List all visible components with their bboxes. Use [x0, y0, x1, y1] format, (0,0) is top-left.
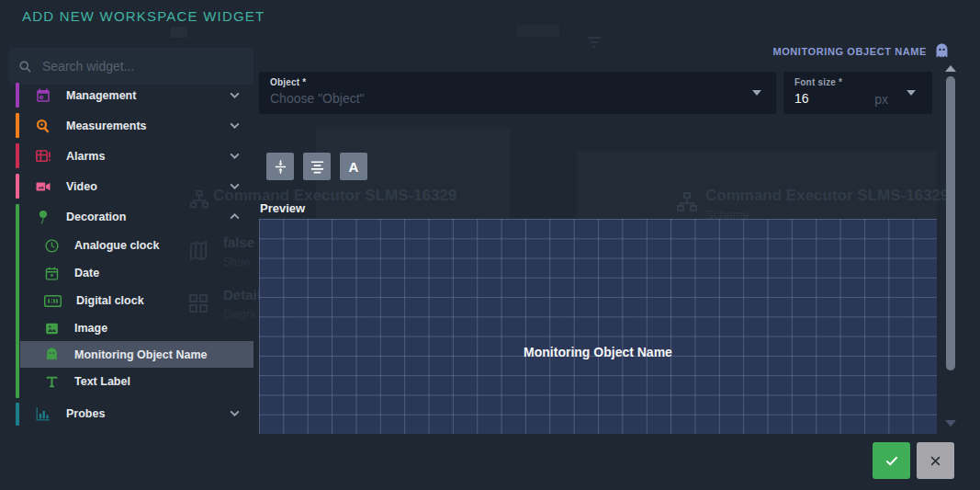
- chevron-down-icon: [229, 120, 241, 131]
- scrollbar-thumb[interactable]: [946, 76, 955, 370]
- add-widget-dialog: Command Executor SLMS-16329 Command Exec…: [0, 0, 980, 490]
- gauge-search-icon: [35, 118, 51, 134]
- filter-icon: [585, 33, 603, 51]
- scrollbar-up-arrow[interactable]: [945, 65, 956, 72]
- object-select-label: Object *: [270, 77, 765, 87]
- background-artifact: [517, 25, 559, 37]
- ghost-icon: [933, 42, 951, 60]
- sidebar-item-probes[interactable]: Probes: [22, 398, 253, 428]
- vertical-align-center-icon: [273, 159, 288, 175]
- chevron-down-icon: [229, 150, 241, 162]
- dropdown-arrow-icon: [752, 90, 761, 96]
- category-colorbar-alarms: [16, 143, 19, 168]
- check-icon: [884, 452, 900, 469]
- category-colorbar-measurements: [16, 113, 19, 138]
- sidebar-item-monitoring-object-name[interactable]: Monitoring Object Name: [20, 341, 253, 368]
- calendar-clock-icon: [35, 87, 51, 104]
- sidebar-item-label: Text Label: [74, 375, 253, 388]
- preview-label: Preview: [260, 201, 305, 215]
- sidebar-item-decoration[interactable]: Decoration: [22, 201, 253, 232]
- sidebar-item-video[interactable]: Video: [22, 171, 253, 201]
- video-camera-icon: [35, 178, 51, 195]
- analogue-clock-icon: [44, 238, 60, 254]
- image-icon: [44, 321, 60, 336]
- chevron-up-icon: [229, 211, 241, 222]
- font-size-label: Font size *: [794, 77, 921, 87]
- search-input[interactable]: [40, 58, 244, 74]
- sidebar-item-label: Digital clock: [76, 294, 253, 307]
- font-size-field[interactable]: Font size * 16 px: [783, 72, 932, 114]
- probes-chart-icon: [35, 405, 51, 422]
- sidebar-item-label: Date: [74, 267, 253, 279]
- selected-widget-header: MONITORING OBJECT NAME: [772, 42, 951, 60]
- sidebar-item-image[interactable]: Image: [22, 314, 253, 342]
- confirm-button[interactable]: [873, 442, 910, 479]
- background-card: [577, 151, 937, 219]
- pin-balloon-icon: [35, 209, 51, 225]
- sidebar-item-analogue-clock[interactable]: Analogue clock: [22, 232, 253, 259]
- cancel-button[interactable]: [917, 442, 954, 479]
- category-colorbar-management: [16, 83, 19, 108]
- text-label-icon: [44, 374, 60, 390]
- dropdown-arrow-icon: [907, 90, 916, 96]
- sidebar-item-management[interactable]: Management: [22, 80, 253, 110]
- font-style-button-label: A: [349, 159, 359, 175]
- close-icon: [929, 454, 942, 468]
- alarm-table-icon: [35, 148, 51, 165]
- sidebar-item-measurements[interactable]: Measurements: [22, 110, 253, 141]
- vertical-align-center-button[interactable]: [266, 153, 294, 180]
- sidebar-item-date[interactable]: Date: [22, 259, 253, 287]
- align-center-button[interactable]: [303, 153, 331, 180]
- dialog-title: ADD NEW WORKSPACE WIDGET: [22, 8, 265, 24]
- object-select[interactable]: Object * Choose "Object": [259, 72, 776, 114]
- object-select-placeholder: Choose "Object": [270, 91, 765, 106]
- category-colorbar-video: [16, 174, 19, 199]
- sidebar-item-label: Image: [74, 322, 253, 335]
- sidebar-item-text-label[interactable]: Text Label: [22, 368, 253, 395]
- selected-widget-label: MONITORING OBJECT NAME: [772, 46, 927, 57]
- sidebar-item-label: Video: [66, 180, 229, 193]
- widget-search: [9, 48, 253, 85]
- background-card-title: Command Executor SLMS-16329: [705, 187, 949, 205]
- sidebar-item-label: Analogue clock: [74, 239, 253, 252]
- sidebar-item-label: Alarms: [66, 150, 229, 163]
- category-colorbar-decoration: [16, 204, 19, 398]
- date-calendar-icon: [44, 266, 60, 281]
- sidebar-item-label: Management: [66, 89, 229, 102]
- scrollbar-down-arrow[interactable]: [945, 420, 956, 427]
- sidebar-item-label: Decoration: [66, 211, 229, 223]
- align-center-icon: [310, 159, 325, 175]
- sitemap-icon: [676, 191, 698, 213]
- font-size-value[interactable]: 16: [794, 91, 921, 106]
- sidebar-item-alarms[interactable]: Alarms: [22, 141, 253, 171]
- preview-grid: Monitoring Object Name: [259, 219, 937, 434]
- chevron-down-icon: [229, 89, 241, 101]
- chevron-down-icon: [229, 180, 241, 192]
- sidebar-item-digital-clock[interactable]: Digital clock: [22, 287, 253, 314]
- digital-clock-icon: [44, 294, 62, 308]
- sidebar-item-label: Probes: [66, 407, 229, 420]
- search-icon: [18, 60, 32, 74]
- sidebar-item-label: Monitoring Object Name: [74, 348, 253, 361]
- preview-widget-text: Monitoring Object Name: [259, 345, 937, 359]
- chevron-down-icon: [229, 407, 241, 419]
- background-artifact: [171, 27, 187, 38]
- font-size-unit: px: [874, 92, 888, 107]
- sidebar-item-label: Measurements: [66, 120, 229, 132]
- category-colorbar-probes: [16, 403, 19, 426]
- font-style-button[interactable]: A: [340, 153, 367, 180]
- ghost-icon: [44, 347, 60, 362]
